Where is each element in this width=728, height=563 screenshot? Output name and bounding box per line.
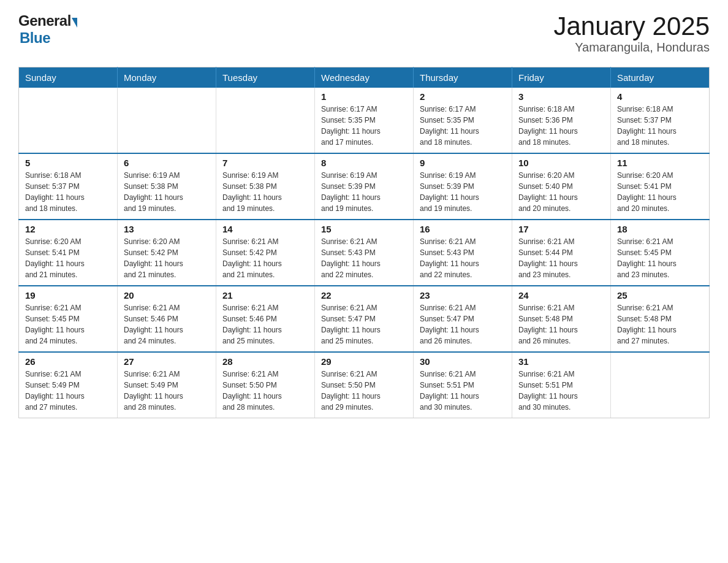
calendar-cell: 4Sunrise: 6:18 AM Sunset: 5:37 PM Daylig… (611, 88, 710, 153)
day-number: 13 (124, 224, 210, 234)
calendar-cell: 3Sunrise: 6:18 AM Sunset: 5:36 PM Daylig… (512, 88, 611, 153)
day-number: 12 (25, 224, 111, 234)
logo-blue: Blue (20, 29, 50, 47)
day-of-week-header: Wednesday (315, 67, 414, 88)
day-of-week-header: Tuesday (216, 67, 315, 88)
calendar-cell: 12Sunrise: 6:20 AM Sunset: 5:41 PM Dayli… (19, 220, 118, 286)
page-header: General Blue January 2025 Yamaranguila, … (18, 12, 710, 55)
calendar-cell (19, 88, 118, 153)
day-info: Sunrise: 6:18 AM Sunset: 5:37 PM Dayligh… (617, 104, 703, 148)
day-number: 15 (321, 224, 407, 234)
calendar-cell: 29Sunrise: 6:21 AM Sunset: 5:50 PM Dayli… (315, 352, 414, 418)
calendar-cell: 17Sunrise: 6:21 AM Sunset: 5:44 PM Dayli… (512, 220, 611, 286)
calendar-cell: 26Sunrise: 6:21 AM Sunset: 5:49 PM Dayli… (19, 352, 118, 418)
day-info: Sunrise: 6:19 AM Sunset: 5:39 PM Dayligh… (321, 170, 407, 214)
day-number: 16 (420, 224, 506, 234)
day-number: 11 (617, 158, 703, 168)
day-info: Sunrise: 6:21 AM Sunset: 5:44 PM Dayligh… (518, 236, 604, 280)
day-info: Sunrise: 6:21 AM Sunset: 5:49 PM Dayligh… (25, 369, 111, 413)
day-number: 23 (420, 290, 506, 301)
day-number: 4 (617, 91, 703, 102)
day-number: 9 (420, 158, 506, 168)
day-number: 18 (617, 224, 703, 234)
calendar-header-row: SundayMondayTuesdayWednesdayThursdayFrid… (19, 67, 710, 88)
day-info: Sunrise: 6:21 AM Sunset: 5:47 PM Dayligh… (321, 302, 407, 347)
calendar-cell: 9Sunrise: 6:19 AM Sunset: 5:39 PM Daylig… (414, 153, 512, 220)
calendar-week-row: 5Sunrise: 6:18 AM Sunset: 5:37 PM Daylig… (19, 153, 710, 220)
calendar-cell: 31Sunrise: 6:21 AM Sunset: 5:51 PM Dayli… (512, 352, 611, 418)
day-of-week-header: Sunday (19, 67, 118, 88)
day-info: Sunrise: 6:20 AM Sunset: 5:40 PM Dayligh… (518, 170, 604, 214)
calendar-cell: 16Sunrise: 6:21 AM Sunset: 5:43 PM Dayli… (414, 220, 512, 286)
calendar-cell: 18Sunrise: 6:21 AM Sunset: 5:45 PM Dayli… (611, 220, 710, 286)
calendar-cell: 20Sunrise: 6:21 AM Sunset: 5:46 PM Dayli… (118, 286, 216, 352)
day-of-week-header: Friday (512, 67, 611, 88)
calendar-cell: 14Sunrise: 6:21 AM Sunset: 5:42 PM Dayli… (216, 220, 315, 286)
calendar-title: January 2025 (553, 12, 710, 40)
day-number: 31 (518, 356, 604, 367)
calendar-cell: 28Sunrise: 6:21 AM Sunset: 5:50 PM Dayli… (216, 352, 315, 418)
day-info: Sunrise: 6:20 AM Sunset: 5:41 PM Dayligh… (617, 170, 703, 214)
day-of-week-header: Monday (118, 67, 216, 88)
day-number: 1 (321, 91, 407, 102)
logo-arrow-icon (72, 18, 77, 28)
day-number: 7 (222, 158, 308, 168)
day-number: 14 (222, 224, 308, 234)
day-number: 28 (222, 356, 308, 367)
calendar-cell: 1Sunrise: 6:17 AM Sunset: 5:35 PM Daylig… (315, 88, 414, 153)
day-number: 22 (321, 290, 407, 301)
calendar-table: SundayMondayTuesdayWednesdayThursdayFrid… (18, 67, 710, 418)
calendar-subtitle: Yamaranguila, Honduras (553, 40, 710, 55)
calendar-week-row: 19Sunrise: 6:21 AM Sunset: 5:45 PM Dayli… (19, 286, 710, 352)
day-number: 26 (25, 356, 111, 367)
calendar-cell: 24Sunrise: 6:21 AM Sunset: 5:48 PM Dayli… (512, 286, 611, 352)
day-info: Sunrise: 6:21 AM Sunset: 5:51 PM Dayligh… (420, 369, 506, 413)
day-number: 27 (124, 356, 210, 367)
calendar-cell: 15Sunrise: 6:21 AM Sunset: 5:43 PM Dayli… (315, 220, 414, 286)
day-number: 10 (518, 158, 604, 168)
calendar-cell: 6Sunrise: 6:19 AM Sunset: 5:38 PM Daylig… (118, 153, 216, 220)
calendar-week-row: 1Sunrise: 6:17 AM Sunset: 5:35 PM Daylig… (19, 88, 710, 153)
day-of-week-header: Saturday (611, 67, 710, 88)
day-info: Sunrise: 6:21 AM Sunset: 5:51 PM Dayligh… (518, 369, 604, 413)
day-number: 20 (124, 290, 210, 301)
calendar-cell: 22Sunrise: 6:21 AM Sunset: 5:47 PM Dayli… (315, 286, 414, 352)
calendar-cell: 5Sunrise: 6:18 AM Sunset: 5:37 PM Daylig… (19, 153, 118, 220)
calendar-week-row: 26Sunrise: 6:21 AM Sunset: 5:49 PM Dayli… (19, 352, 710, 418)
day-number: 6 (124, 158, 210, 168)
calendar-cell (216, 88, 315, 153)
day-of-week-header: Thursday (414, 67, 512, 88)
logo-general: General (18, 12, 71, 29)
day-number: 24 (518, 290, 604, 301)
day-number: 21 (222, 290, 308, 301)
calendar-cell: 11Sunrise: 6:20 AM Sunset: 5:41 PM Dayli… (611, 153, 710, 220)
logo: General Blue (18, 12, 77, 47)
day-info: Sunrise: 6:18 AM Sunset: 5:36 PM Dayligh… (518, 104, 604, 148)
calendar-cell: 19Sunrise: 6:21 AM Sunset: 5:45 PM Dayli… (19, 286, 118, 352)
day-info: Sunrise: 6:21 AM Sunset: 5:43 PM Dayligh… (321, 236, 407, 280)
calendar-cell (118, 88, 216, 153)
day-number: 25 (617, 290, 703, 301)
day-number: 2 (420, 91, 506, 102)
day-info: Sunrise: 6:21 AM Sunset: 5:45 PM Dayligh… (617, 236, 703, 280)
day-info: Sunrise: 6:21 AM Sunset: 5:49 PM Dayligh… (124, 369, 210, 413)
day-info: Sunrise: 6:20 AM Sunset: 5:41 PM Dayligh… (25, 236, 111, 280)
day-number: 17 (518, 224, 604, 234)
day-info: Sunrise: 6:19 AM Sunset: 5:38 PM Dayligh… (124, 170, 210, 214)
day-number: 8 (321, 158, 407, 168)
day-info: Sunrise: 6:21 AM Sunset: 5:46 PM Dayligh… (124, 302, 210, 347)
calendar-cell: 13Sunrise: 6:20 AM Sunset: 5:42 PM Dayli… (118, 220, 216, 286)
day-info: Sunrise: 6:21 AM Sunset: 5:48 PM Dayligh… (518, 302, 604, 347)
calendar-week-row: 12Sunrise: 6:20 AM Sunset: 5:41 PM Dayli… (19, 220, 710, 286)
day-number: 19 (25, 290, 111, 301)
calendar-cell: 23Sunrise: 6:21 AM Sunset: 5:47 PM Dayli… (414, 286, 512, 352)
day-info: Sunrise: 6:21 AM Sunset: 5:48 PM Dayligh… (617, 302, 703, 347)
day-info: Sunrise: 6:19 AM Sunset: 5:38 PM Dayligh… (222, 170, 308, 214)
calendar-cell: 25Sunrise: 6:21 AM Sunset: 5:48 PM Dayli… (611, 286, 710, 352)
calendar-cell: 7Sunrise: 6:19 AM Sunset: 5:38 PM Daylig… (216, 153, 315, 220)
day-number: 3 (518, 91, 604, 102)
calendar-cell: 8Sunrise: 6:19 AM Sunset: 5:39 PM Daylig… (315, 153, 414, 220)
calendar-cell: 27Sunrise: 6:21 AM Sunset: 5:49 PM Dayli… (118, 352, 216, 418)
calendar-cell: 10Sunrise: 6:20 AM Sunset: 5:40 PM Dayli… (512, 153, 611, 220)
day-info: Sunrise: 6:21 AM Sunset: 5:50 PM Dayligh… (321, 369, 407, 413)
